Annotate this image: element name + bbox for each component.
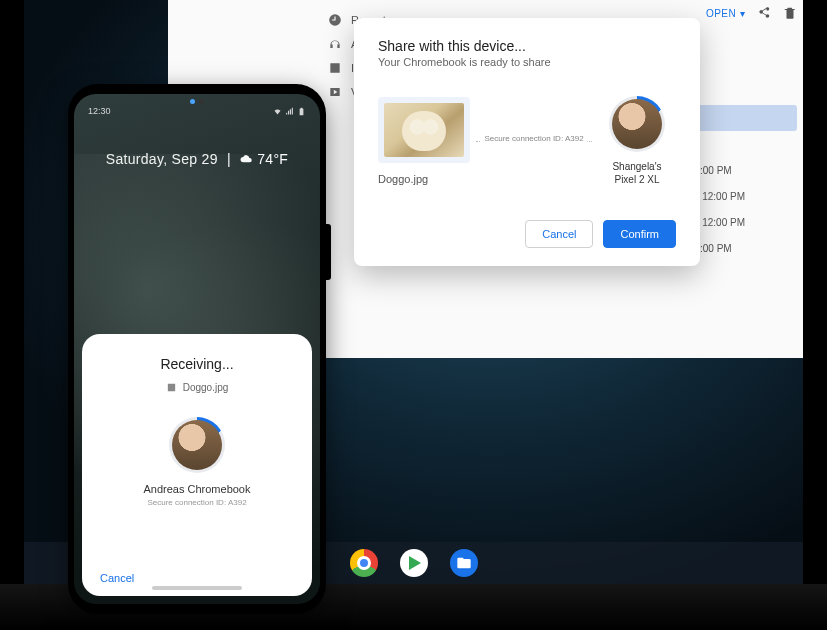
signal-icon: [285, 107, 294, 116]
sheet-connection-id: Secure connection ID: A392: [100, 498, 294, 507]
status-time: 12:30: [88, 106, 111, 116]
share-dialog: Share with this device... Your Chromeboo…: [354, 18, 700, 266]
dialog-subtitle: Your Chromebook is ready to share: [378, 56, 676, 68]
dialog-title: Share with this device...: [378, 38, 676, 54]
image-file-icon: [166, 382, 177, 393]
chevron-down-icon: ▾: [740, 8, 746, 19]
receiver-progress-ring: [609, 96, 665, 152]
sheet-title: Receiving...: [100, 356, 294, 372]
delete-icon[interactable]: [783, 6, 797, 20]
sender-device: Andreas Chromebook: [100, 483, 294, 495]
phone-frame: 12:30 Saturday, Sep 29 | 74°F Receiving.…: [68, 84, 326, 614]
wifi-icon: [273, 107, 282, 116]
file-thumbnail: [378, 97, 470, 163]
receiving-sheet: Receiving... Doggo.jpg Andreas Chromeboo…: [82, 334, 312, 596]
chrome-icon[interactable]: [350, 549, 378, 577]
connection-line: Secure connection ID: A392: [476, 141, 592, 142]
video-icon: [328, 85, 342, 99]
play-store-icon[interactable]: [400, 549, 428, 577]
phone-screen: 12:30 Saturday, Sep 29 | 74°F Receiving.…: [74, 94, 320, 604]
files-toolbar: OPEN ▾: [706, 6, 797, 20]
share-icon[interactable]: [757, 6, 771, 20]
sheet-cancel-button[interactable]: Cancel: [100, 572, 134, 584]
receiver: Shangela's Pixel 2 XL: [598, 96, 676, 186]
sender-progress-ring: [169, 417, 225, 473]
image-icon: [328, 61, 342, 75]
files-app-icon[interactable]: [450, 549, 478, 577]
receiver-name: Shangela's Pixel 2 XL: [612, 160, 661, 186]
receiver-avatar: [612, 99, 662, 149]
connection-id: Secure connection ID: A392: [480, 134, 587, 143]
sender-avatar: [172, 420, 222, 470]
battery-icon: [297, 107, 306, 116]
clock-icon: [328, 13, 342, 27]
cancel-button[interactable]: Cancel: [525, 220, 593, 248]
status-bar: 12:30: [74, 94, 320, 116]
gesture-nav-pill[interactable]: [152, 586, 242, 590]
incoming-file: Doggo.jpg: [100, 382, 294, 393]
confirm-button[interactable]: Confirm: [603, 220, 676, 248]
headphones-icon: [328, 37, 342, 51]
open-button[interactable]: OPEN ▾: [706, 8, 745, 19]
file-name: Doggo.jpg: [378, 173, 470, 185]
